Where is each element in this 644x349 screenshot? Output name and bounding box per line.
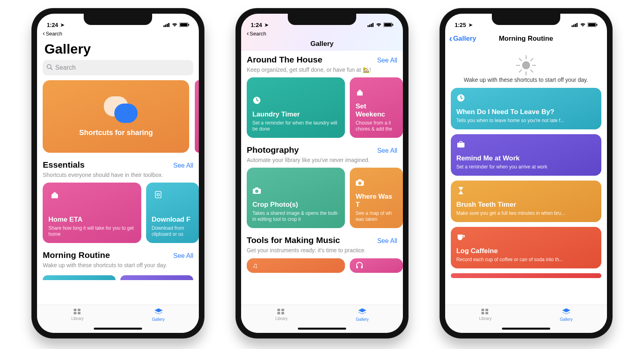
back-button[interactable]: ‹ Gallery: [449, 33, 477, 44]
tab-library[interactable]: Library: [479, 307, 492, 321]
svg-rect-40: [576, 23, 578, 27]
search-icon: [47, 64, 53, 72]
svg-rect-58: [481, 309, 484, 311]
card-peek[interactable]: [120, 275, 193, 280]
notch: [492, 14, 560, 25]
card-home-eta[interactable]: Home ETA Share how long it will take for…: [43, 183, 141, 243]
tab-label: Gallery: [560, 317, 573, 322]
tab-label: Library: [71, 316, 84, 321]
card-crop-photos[interactable]: Crop Photo(s) Takes a shared image & ope…: [247, 168, 345, 228]
section-sub-photo: Automate your library like you've never …: [247, 156, 403, 168]
svg-rect-6: [188, 24, 189, 26]
card-download[interactable]: Download F Download from clipboard or us: [146, 183, 199, 243]
section-sub-morning: Wake up with these shortcuts to start of…: [43, 261, 199, 273]
card-music-peek-2[interactable]: [350, 258, 403, 273]
section-title-morning: Morning Routine: [43, 250, 110, 260]
card-desc: Record each cup of coffee or can of soda…: [456, 257, 596, 263]
home-indicator[interactable]: [502, 328, 550, 330]
status-time: 1:24: [47, 22, 58, 28]
see-all-photo[interactable]: See All: [377, 147, 397, 154]
card-music-peek-1[interactable]: ♫: [247, 258, 345, 273]
tab-gallery[interactable]: Gallery: [152, 307, 165, 322]
back-to-search[interactable]: ‹ Search: [241, 29, 403, 39]
home-indicator[interactable]: [94, 328, 142, 330]
svg-rect-57: [460, 141, 462, 143]
clock-icon: [456, 93, 465, 102]
svg-rect-32: [361, 266, 363, 268]
svg-rect-1: [165, 25, 166, 27]
tab-label: Library: [275, 316, 288, 321]
svg-point-44: [522, 61, 530, 69]
see-all-house[interactable]: See All: [377, 57, 397, 64]
search-input[interactable]: Search: [43, 60, 193, 75]
gallery-scroll[interactable]: Shortcuts for sharing Essentials See All…: [37, 80, 199, 305]
card-desc: Takes a shared image & opens the built-i…: [252, 210, 339, 222]
svg-rect-33: [277, 309, 280, 311]
tab-gallery[interactable]: Gallery: [560, 307, 573, 322]
tab-library[interactable]: Library: [71, 307, 84, 321]
card-desc: Set a reminder for when the laundry will…: [252, 120, 339, 132]
see-all-morning[interactable]: See All: [173, 252, 194, 260]
wifi-icon: [580, 22, 586, 28]
home-indicator[interactable]: [298, 328, 346, 330]
svg-rect-11: [74, 309, 76, 311]
section-sub-essentials: Shortcuts everyone should have in their …: [43, 170, 199, 183]
svg-rect-9: [155, 191, 161, 198]
svg-rect-20: [384, 23, 391, 27]
card-leave-by[interactable]: When Do I Need To Leave By? Tells you wh…: [451, 88, 601, 129]
card-peek[interactable]: [43, 275, 116, 280]
see-all-essentials[interactable]: See All: [173, 162, 194, 169]
music-note-icon: ♫: [252, 262, 339, 270]
card-title: Log Caffeine: [456, 247, 596, 255]
svg-rect-16: [369, 25, 370, 27]
card-log-caffeine[interactable]: Log Caffeine Record each cup of coffee o…: [451, 227, 601, 268]
card-title: Download F: [152, 216, 194, 224]
card-desc: Share how long it will take for you to g…: [48, 225, 135, 237]
notch: [84, 14, 152, 25]
location-icon: ➤: [264, 22, 268, 28]
headphones-icon: [355, 262, 397, 270]
svg-rect-34: [281, 309, 284, 311]
back-to-search[interactable]: ‹ Search: [37, 29, 199, 39]
card-desc: See a map of wh was taken: [355, 210, 397, 222]
chevron-left-icon: ‹: [247, 30, 249, 37]
section-title-music: Tools for Making Music: [247, 235, 340, 245]
camera-icon: [252, 186, 261, 195]
tab-gallery[interactable]: Gallery: [356, 307, 369, 322]
svg-rect-5: [180, 23, 188, 27]
svg-rect-42: [588, 23, 595, 27]
intro-text: Wake up with these shortcuts to start of…: [464, 77, 588, 83]
svg-rect-39: [575, 24, 576, 27]
signal-icon: [163, 22, 170, 28]
status-time: 1:24: [251, 22, 262, 28]
card-peek[interactable]: [451, 273, 601, 278]
svg-rect-37: [572, 25, 573, 27]
card-brush-teeth[interactable]: Brush Teeth Timer Make sure you get a fu…: [451, 181, 601, 222]
hero-card-peek[interactable]: [195, 80, 199, 153]
svg-rect-13: [74, 312, 76, 314]
svg-rect-43: [597, 24, 597, 26]
hourglass-icon: [456, 186, 465, 195]
svg-rect-18: [372, 23, 374, 27]
svg-rect-59: [485, 309, 488, 311]
section-sub-house: Keep organized, get stuff done, or have …: [247, 65, 403, 77]
notch: [288, 14, 356, 25]
svg-rect-3: [168, 23, 169, 27]
svg-line-49: [519, 58, 522, 61]
card-set-weekend[interactable]: Set Weekenc Choose from a li chores & ad…: [350, 77, 403, 138]
see-all-music[interactable]: See All: [377, 237, 397, 245]
card-laundry-timer[interactable]: Laundry Timer Set a reminder for when th…: [247, 77, 345, 138]
briefcase-icon: [456, 140, 465, 149]
hero-card-sharing[interactable]: Shortcuts for sharing: [43, 80, 189, 153]
card-remind-work[interactable]: Remind Me at Work Set a reminder for whe…: [451, 134, 601, 176]
card-where-was[interactable]: Where Was T See a map of wh was taken: [350, 168, 403, 228]
tab-bar: Library Gallery: [37, 305, 199, 333]
svg-line-50: [530, 70, 533, 73]
nav-title: Morning Routine: [499, 35, 553, 43]
phone-1: 1:24 ➤ ‹ Search Gallery Search: [31, 8, 204, 339]
gallery-scroll[interactable]: Around The House See All Keep organized,…: [241, 51, 403, 305]
svg-point-27: [255, 190, 258, 193]
screen-gallery-home: 1:24 ➤ ‹ Search Gallery Search: [37, 14, 199, 333]
signal-icon: [572, 22, 578, 28]
tab-library[interactable]: Library: [275, 307, 288, 321]
